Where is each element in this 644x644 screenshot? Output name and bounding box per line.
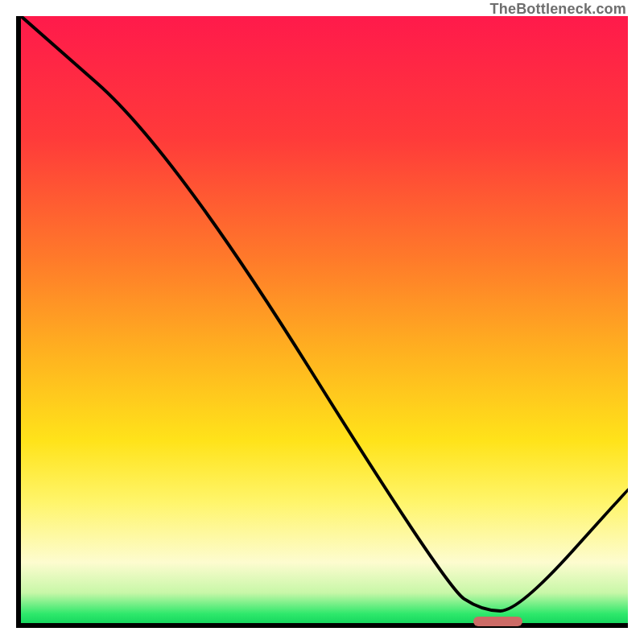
chart-frame: TheBottleneck.com xyxy=(0,0,644,644)
watermark-text: TheBottleneck.com xyxy=(490,2,626,16)
series-curve xyxy=(21,16,628,611)
curve-svg xyxy=(21,16,628,623)
plot-area xyxy=(16,16,628,628)
optimal-marker xyxy=(473,617,522,626)
